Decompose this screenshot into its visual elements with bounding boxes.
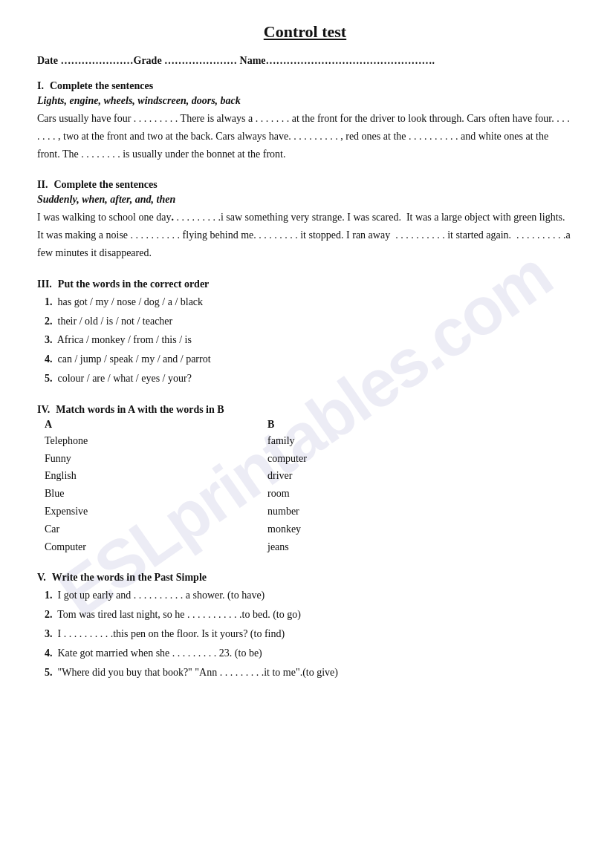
section-2-body: I was walking to school one day. . . . .… (37, 209, 573, 261)
match-item: room (267, 485, 401, 503)
section-2-wordlist: Suddenly, when, after, and, then (37, 194, 573, 206)
page-title: Control test (37, 22, 573, 42)
section-4-roman: IV. (37, 404, 50, 416)
match-item: Expensive (45, 503, 178, 521)
match-item: Computer (45, 538, 178, 556)
section-1-roman: I. (37, 80, 44, 92)
section-2: II. Complete the sentences Suddenly, whe… (37, 179, 573, 261)
section-2-heading: Complete the sentences (53, 179, 157, 191)
match-col-a: A Telephone Funny English Blue Expensive… (45, 419, 178, 556)
match-item: English (45, 467, 178, 485)
match-table: A Telephone Funny English Blue Expensive… (37, 419, 573, 556)
header-line: Date …………………Grade ………………… Name…………………………… (37, 55, 573, 67)
section-2-roman: II. (37, 179, 48, 191)
col-b-label: B (267, 419, 401, 431)
section-4: IV. Match words in A with the words in B… (37, 404, 573, 556)
match-item: Blue (45, 485, 178, 503)
match-col-b: B family computer driver room number mon… (267, 419, 401, 556)
list-item: 1. has got / my / nose / dog / a / black (45, 293, 573, 311)
section-1-wordlist: Lights, engine, wheels, windscreen, door… (37, 95, 573, 107)
match-item: monkey (267, 521, 401, 538)
match-item: driver (267, 467, 401, 485)
section-1-body: Cars usually have four . . . . . . . . .… (37, 110, 573, 163)
list-item: 2. Tom was tired last night, so he . . .… (45, 606, 573, 624)
list-item: 4. Kate got married when she . . . . . .… (45, 645, 573, 662)
section-3-roman: III. (37, 278, 52, 290)
section-3: III. Put the words in the correct order … (37, 278, 573, 388)
col-a-label: A (45, 419, 178, 431)
section-3-heading: Put the words in the correct order (58, 278, 209, 290)
list-item: 1. I got up early and . . . . . . . . . … (45, 587, 573, 604)
list-item: 4. can / jump / speak / my / and / parro… (45, 350, 573, 368)
list-item: 3. Africa / monkey / from / this / is (45, 331, 573, 349)
section-1: I. Complete the sentences Lights, engine… (37, 80, 573, 163)
list-item: 3. I . . . . . . . . . .this pen on the … (45, 625, 573, 643)
match-item: Car (45, 521, 178, 538)
section-5: V. Write the words in the Past Simple 1.… (37, 572, 573, 681)
section-4-heading: Match words in A with the words in B (56, 404, 224, 416)
match-item: computer (267, 450, 401, 468)
match-item: jeans (267, 538, 401, 556)
match-item: Funny (45, 450, 178, 468)
list-item: 5. colour / are / what / eyes / your? (45, 370, 573, 388)
match-item: number (267, 503, 401, 521)
section-1-heading: Complete the sentences (50, 80, 153, 92)
section-5-heading: Write the words in the Past Simple (52, 572, 207, 584)
list-item: 2. their / old / is / not / teacher (45, 313, 573, 330)
section-5-roman: V. (37, 572, 46, 584)
match-item: Telephone (45, 432, 178, 450)
match-item: family (267, 432, 401, 450)
section-3-list: 1. has got / my / nose / dog / a / black… (37, 293, 573, 388)
list-item: 5. "Where did you buy that book?" "Ann .… (45, 664, 573, 682)
section-5-list: 1. I got up early and . . . . . . . . . … (37, 587, 573, 681)
